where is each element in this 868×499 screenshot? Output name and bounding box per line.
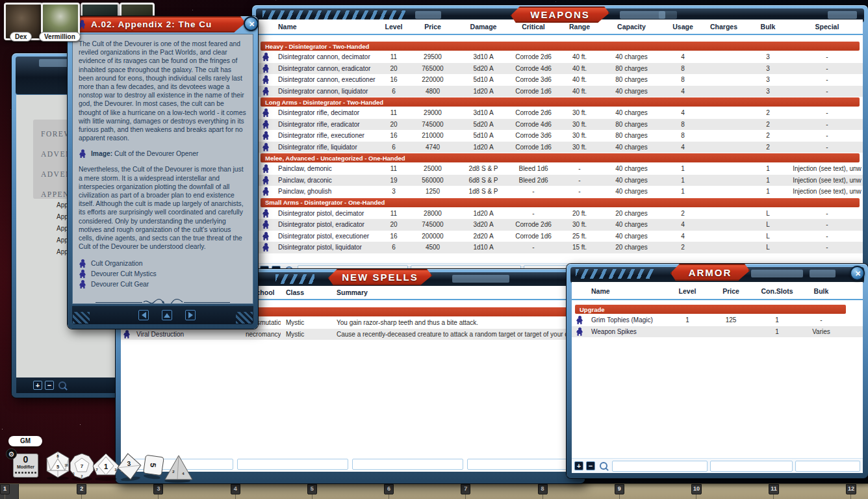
column-header[interactable]: Critical xyxy=(508,23,559,31)
table-row[interactable]: Grim Tophies (Magic)11251- xyxy=(572,314,863,326)
column-header[interactable]: Price xyxy=(407,23,459,31)
item-link-icon[interactable] xyxy=(262,164,270,173)
close-button[interactable]: ✕ xyxy=(244,16,259,31)
cell: Corrode 1d6 xyxy=(508,88,559,95)
remove-button[interactable]: − xyxy=(586,461,595,470)
cell: 1d20 A xyxy=(459,210,508,217)
table-row[interactable]: Disintegrator cannon, decimator11295003d… xyxy=(257,51,863,63)
image-link-row[interactable]: Image: Cult of the Devourer Opener xyxy=(79,149,247,159)
filter-input[interactable] xyxy=(237,459,348,470)
column-header[interactable]: Bulk xyxy=(800,287,842,295)
table-row[interactable]: Disintegrator rifle, eradicator207450005… xyxy=(257,119,863,131)
item-link-icon[interactable] xyxy=(262,220,270,229)
filter-input[interactable] xyxy=(612,461,708,472)
table-row[interactable]: Disintegrator pistol, executioner1620000… xyxy=(257,231,863,242)
filter-input[interactable] xyxy=(795,461,860,472)
item-link-icon[interactable] xyxy=(123,330,131,339)
add-button[interactable]: + xyxy=(33,381,42,390)
nav-previous-button[interactable] xyxy=(138,310,149,320)
item-link-icon[interactable] xyxy=(262,120,270,129)
table-row[interactable]: Disintegrator pistol, liquidator645001d1… xyxy=(257,242,863,253)
table-row[interactable]: Disintegrator cannon, executioner1622000… xyxy=(257,74,863,86)
d8-die[interactable]: 3 xyxy=(114,452,144,483)
search-icon[interactable] xyxy=(600,462,607,470)
column-header[interactable]: Class xyxy=(281,288,331,296)
appendix-link[interactable]: Devourer Cult Mystics xyxy=(79,269,247,279)
column-header[interactable]: Level xyxy=(667,287,708,295)
item-link-icon[interactable] xyxy=(262,75,270,84)
d4-die[interactable]: 2 4 xyxy=(161,454,194,483)
column-header[interactable]: Name xyxy=(274,23,381,31)
column-header[interactable]: Special xyxy=(791,23,863,31)
table-row[interactable]: Disintegrator rifle, liquidator647401d20… xyxy=(257,142,863,153)
table-row[interactable]: Weapon Spikes1Varies xyxy=(572,326,863,338)
table-row[interactable]: Viral DestructionnecromancyMysticCause a… xyxy=(121,329,581,340)
armor-window[interactable]: ARMOR ✕ Name Level Price Con.Slots Bulk … xyxy=(567,264,868,478)
appendix-link[interactable]: Devourer Cult Gear xyxy=(79,279,247,289)
nav-next-button[interactable] xyxy=(185,310,196,320)
item-link-icon[interactable] xyxy=(576,316,583,324)
filter-input[interactable] xyxy=(710,461,793,472)
gear-icon[interactable]: ⚙ xyxy=(6,448,17,459)
appendix-link[interactable]: Cult Organization xyxy=(79,259,247,268)
cell: 3 xyxy=(745,53,791,60)
filter-input[interactable] xyxy=(467,459,578,470)
column-header[interactable]: Range xyxy=(559,23,600,31)
column-header[interactable]: Summary xyxy=(331,288,581,296)
item-link-icon[interactable] xyxy=(262,243,270,251)
column-header[interactable]: Name xyxy=(587,287,667,295)
cell: 2 xyxy=(745,132,791,139)
table-row[interactable]: Disintegrator rifle, executioner16210000… xyxy=(257,130,863,142)
column-header[interactable]: Bulk xyxy=(745,23,791,31)
cell: Corrode 3d6 xyxy=(508,76,559,83)
table-row[interactable]: Painclaw, demonic11250002d8 S & PBleed 1… xyxy=(257,163,863,175)
column-header[interactable]: Damage xyxy=(459,23,508,31)
cell: 4 xyxy=(663,144,703,151)
table-row[interactable]: Disintegrator pistol, decimator11280001d… xyxy=(257,208,863,220)
column-header[interactable]: Usage xyxy=(663,23,703,31)
modifier-stack[interactable]: 0 Modifier xyxy=(13,454,38,478)
item-link-icon[interactable] xyxy=(262,143,270,151)
close-button[interactable]: ✕ xyxy=(850,266,865,281)
add-button[interactable]: + xyxy=(574,461,583,470)
item-link-icon[interactable] xyxy=(262,64,270,73)
column-header[interactable]: Price xyxy=(708,287,754,295)
item-link-icon[interactable] xyxy=(262,209,270,218)
item-link-icon[interactable] xyxy=(262,187,270,196)
d20-die[interactable]: 8 5 16 xyxy=(44,451,71,481)
new-spells-window-title-banner[interactable]: NEW SPELLS xyxy=(328,269,432,285)
table-row[interactable]: Disintegrator pistol, eradicator20745000… xyxy=(257,219,863,231)
table-row[interactable]: Painclaw, ghoulish312501d8 S & P--40 cha… xyxy=(257,186,863,198)
cell: 3 xyxy=(745,88,791,95)
column-header[interactable]: Level xyxy=(381,23,407,31)
cell: - xyxy=(791,221,863,228)
item-link-icon[interactable] xyxy=(262,109,270,117)
armor-window-title-banner[interactable]: ARMOR xyxy=(670,264,750,281)
table-row[interactable]: Disintegrator rifle, decimator11290003d1… xyxy=(257,107,863,119)
item-link-icon[interactable] xyxy=(262,232,270,240)
column-header[interactable]: Capacity xyxy=(600,23,663,31)
d12-die[interactable]: 7 2 10 xyxy=(69,453,95,481)
gm-identity-label[interactable]: GM xyxy=(8,436,42,446)
weapons-window-title-banner[interactable]: WEAPONS xyxy=(511,6,609,23)
weapons-window[interactable]: WEAPONS Name Level Price Damage Critical… xyxy=(252,5,868,281)
column-header[interactable]: Charges xyxy=(703,23,745,31)
search-icon[interactable] xyxy=(58,381,66,389)
item-link-icon[interactable] xyxy=(262,131,270,140)
cell: - xyxy=(791,233,863,240)
filter-input[interactable] xyxy=(352,459,463,470)
item-link-icon[interactable] xyxy=(576,327,583,336)
cell: 29500 xyxy=(407,53,459,60)
remove-button[interactable]: − xyxy=(45,381,54,390)
table-row[interactable]: Disintegrator cannon, liquidator648001d2… xyxy=(257,86,863,97)
appendix-window[interactable]: A.02. Appendix 2: The Cu ✕ The Cult of t… xyxy=(68,16,258,329)
column-header[interactable]: Con.Slots xyxy=(754,287,800,295)
table-row[interactable]: Painclaw, draconic195600006d8 S & PBleed… xyxy=(257,175,863,186)
item-link-icon[interactable] xyxy=(262,176,270,185)
table-row[interactable]: Disintegrator cannon, eradicator20765000… xyxy=(257,63,863,75)
cell: 2d8 S & P xyxy=(459,165,508,172)
item-link-icon[interactable] xyxy=(262,53,270,61)
item-link-icon[interactable] xyxy=(262,87,270,96)
appendix-window-title-banner[interactable]: A.02. Appendix 2: The Cu xyxy=(69,16,246,32)
nav-up-button[interactable] xyxy=(162,310,172,320)
